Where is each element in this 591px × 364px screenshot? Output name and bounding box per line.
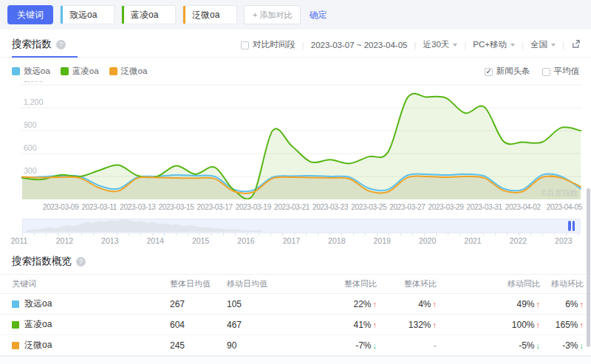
- keyword-cell[interactable]: 蓝凌oa: [12, 318, 170, 331]
- legend-item-2[interactable]: 蓝凌oa: [61, 66, 99, 77]
- chart-header: 搜索指数 ? 对比时间段 | 2023-03-07 ~ 2023-04-05 |…: [0, 30, 591, 58]
- table-row: 泛微oa24590-7%↓--5%↓-3%↓: [0, 335, 591, 356]
- x-axis-tick: 2023-03-13: [120, 203, 155, 211]
- keyword-chip-3[interactable]: 泛微oa: [182, 5, 237, 24]
- timeline-year: 2016: [237, 236, 254, 245]
- x-axis-tick: 2023-03-11: [82, 203, 117, 211]
- checkbox-icon[interactable]: [542, 68, 550, 76]
- trend-cell: 4%↑: [377, 299, 437, 309]
- keyword-button[interactable]: 关键词: [7, 5, 53, 24]
- timeline-year: 2013: [101, 236, 118, 245]
- chart-controls: 对比时间段 | 2023-03-07 ~ 2023-04-05 | 近30天 |…: [241, 39, 581, 57]
- legend-item-1[interactable]: 致远oa: [12, 66, 50, 77]
- avg-value: 467: [227, 320, 318, 330]
- legend-label: 蓝凌oa: [72, 66, 99, 77]
- checkbox-checked-icon[interactable]: [485, 68, 493, 76]
- checkbox-icon[interactable]: [241, 41, 249, 49]
- trend-cell: 49%↑: [437, 299, 540, 309]
- trend-cell: -7%↓: [318, 340, 377, 351]
- svg-text:900: 900: [24, 120, 37, 129]
- news-headlines-toggle[interactable]: 新闻头条: [485, 66, 530, 77]
- timeline-year: 2018: [328, 236, 345, 245]
- watermark: ©百度指数: [541, 188, 578, 199]
- svg-text:600: 600: [24, 143, 37, 152]
- x-axis-tick: 2023-03-09: [43, 203, 78, 211]
- column-header: 移动环比: [540, 278, 584, 289]
- keyword-swatch-icon: [12, 301, 19, 308]
- trend-cell: -3%↓: [540, 340, 584, 351]
- column-header: 整体环比: [377, 278, 437, 289]
- date-range[interactable]: 2023-03-07 ~ 2023-04-05: [311, 41, 408, 49]
- table-row: 蓝凌oa60446741%↑132%↑100%↑165%↑: [0, 315, 591, 335]
- keyword-toolbar: 关键词 致远oa 蓝凌oa 泛微oa + 添加对比 确定: [0, 0, 591, 30]
- keyword-swatch-icon: [12, 321, 19, 329]
- x-axis-tick: 2023-04-05: [547, 203, 582, 211]
- average-toggle[interactable]: 平均值: [542, 66, 580, 77]
- x-axis-labels: 2023-03-092023-03-112023-03-132023-03-15…: [0, 202, 591, 213]
- separator: |: [414, 41, 417, 49]
- column-header: 整体同比: [318, 278, 377, 289]
- range-select-value: 近30天: [423, 39, 450, 50]
- confirm-link[interactable]: 确定: [309, 9, 327, 21]
- keyword-chip-label: 泛微oa: [185, 9, 219, 21]
- up-arrow-icon: ↑: [580, 300, 584, 309]
- trend-cell: 6%↑: [540, 299, 584, 309]
- overview-table: 关键词整体日均值移动日均值整体同比整体环比移动同比移动环比致远oa2671052…: [0, 275, 591, 356]
- avg-value: 604: [170, 320, 227, 330]
- region-select-value: 全国: [530, 39, 547, 50]
- x-axis-tick: 2023-03-23: [312, 203, 348, 211]
- help-icon[interactable]: ?: [76, 257, 86, 267]
- trend-cell: 165%↑: [540, 320, 584, 330]
- avg-value: 105: [227, 299, 318, 309]
- chevron-down-icon: [510, 44, 515, 47]
- timeline-year: 2012: [56, 236, 73, 245]
- device-select[interactable]: PC+移动: [473, 39, 515, 50]
- chevron-down-icon: [453, 44, 457, 47]
- keyword-cell[interactable]: 泛微oa: [12, 339, 170, 351]
- overview-table-header: 关键词整体日均值移动日均值整体同比整体环比移动同比移动环比: [0, 275, 591, 294]
- search-index-card: 搜索指数 ? 对比时间段 | 2023-03-07 ~ 2023-04-05 |…: [0, 30, 591, 356]
- scrollbar[interactable]: [587, 188, 590, 347]
- add-compare-button[interactable]: + 添加对比: [244, 5, 301, 24]
- trend-cell: 132%↑: [377, 320, 437, 330]
- timeline-year: 2023: [555, 236, 572, 245]
- keyword-chip-1[interactable]: 致远oa: [60, 5, 115, 24]
- timeline-track[interactable]: [22, 219, 581, 233]
- trend-chart[interactable]: 3006009001,2001,500 ©百度指数: [0, 81, 591, 202]
- timeline-ticks: [22, 233, 581, 236]
- x-axis-tick: 2023-03-25: [351, 203, 386, 211]
- column-header: 移动日均值: [227, 278, 318, 289]
- export-icon[interactable]: [571, 39, 581, 50]
- tab-search-index[interactable]: 搜索指数 ?: [12, 38, 78, 58]
- keyword-cell[interactable]: 致远oa: [12, 298, 170, 310]
- timeline-year: 2017: [283, 236, 300, 245]
- x-axis-tick: 2023-03-17: [197, 203, 233, 211]
- range-select[interactable]: 近30天: [423, 39, 458, 50]
- svg-text:1,500: 1,500: [24, 81, 43, 83]
- keyword-chip-label: 蓝凌oa: [124, 9, 158, 21]
- region-select[interactable]: 全国: [530, 39, 556, 50]
- x-axis-tick: 2023-03-19: [236, 203, 271, 211]
- legend-item-3[interactable]: 泛微oa: [109, 66, 148, 77]
- timeline-handle[interactable]: [568, 221, 575, 231]
- trend-cell: 41%↑: [318, 320, 377, 330]
- keyword-chip-2[interactable]: 蓝凌oa: [121, 5, 176, 24]
- compare-period-checkbox[interactable]: 对比时间段: [241, 39, 296, 50]
- column-header: 关键词: [12, 278, 170, 289]
- legend-swatch-icon: [61, 67, 69, 75]
- separator: |: [522, 41, 524, 49]
- separator: |: [302, 41, 304, 49]
- help-icon[interactable]: ?: [56, 40, 66, 49]
- chart-legend: 致远oa 蓝凌oa 泛微oa 新闻头条 平均值: [0, 58, 591, 77]
- keyword-name: 蓝凌oa: [24, 318, 52, 331]
- timeline-year: 2015: [192, 236, 209, 245]
- trend-cell: 22%↑: [318, 299, 377, 309]
- legend-label: 致远oa: [24, 66, 50, 77]
- legend-swatch-icon: [109, 67, 117, 75]
- timeline-year: 2014: [147, 236, 164, 245]
- timeline-year: 2022: [510, 236, 527, 245]
- avg-value: 245: [170, 340, 227, 351]
- trend-chart-canvas[interactable]: 3006009001,2001,500: [0, 81, 591, 199]
- x-axis-tick: 2023-03-15: [158, 203, 194, 211]
- separator: |: [464, 41, 466, 49]
